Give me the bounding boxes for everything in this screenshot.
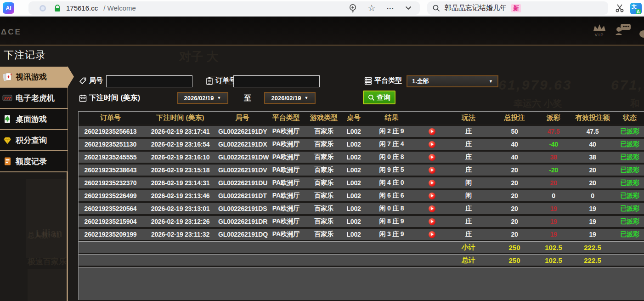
order-id-cell: 260219235238643 bbox=[79, 166, 142, 174]
total-row: 总计 250 102.5 222.5 bbox=[79, 254, 644, 266]
round-id-cell: GL002262191DS bbox=[218, 205, 266, 212]
search-box[interactable]: 郭晶晶忘记结婚几年 新 bbox=[427, 1, 608, 15]
reader-plus-icon[interactable] bbox=[349, 4, 357, 13]
table-empty-area bbox=[79, 267, 644, 300]
more-options-icon[interactable]: ... bbox=[387, 3, 394, 11]
play-type-cell: 庄 bbox=[446, 166, 491, 174]
column-header: 局号 bbox=[218, 114, 266, 122]
sidebar-item-video-games[interactable]: 9 视讯游戏 bbox=[0, 67, 68, 88]
round-number-input[interactable] bbox=[106, 75, 192, 87]
order-id-cell: 260219235215904 bbox=[79, 218, 142, 225]
table-number-cell: L002 bbox=[342, 192, 365, 199]
replay-video-button[interactable] bbox=[429, 154, 435, 161]
status-cell: 已派彩 bbox=[616, 217, 644, 226]
background-ghost-jackpot: 61,979.63 bbox=[498, 77, 572, 93]
table-number-cell: L002 bbox=[342, 141, 365, 148]
spade-card-icon bbox=[2, 114, 12, 124]
replay-cell bbox=[418, 205, 446, 213]
column-header: 玩法 bbox=[446, 114, 491, 122]
tag-icon bbox=[79, 77, 87, 85]
valid-bet-cell: 19 bbox=[570, 218, 616, 225]
column-header: 平台类型 bbox=[266, 114, 305, 122]
bet-time-cell: 2026-02-19 23:12:26 bbox=[142, 218, 218, 225]
sidebar-item-label: 电子老虎机 bbox=[16, 93, 55, 103]
total-bet-cell: 20 bbox=[491, 192, 537, 199]
replay-video-button[interactable] bbox=[429, 141, 435, 148]
platform-cell: PA欧洲厅 bbox=[266, 166, 305, 174]
bet-time-cell: 2026-02-19 23:16:10 bbox=[142, 153, 218, 161]
replay-video-button[interactable] bbox=[429, 128, 435, 135]
play-type-cell: 庄 bbox=[446, 153, 491, 161]
replay-video-button[interactable] bbox=[429, 180, 435, 187]
total-bet-cell: 20 bbox=[491, 218, 537, 225]
replay-video-button[interactable] bbox=[429, 218, 435, 225]
table-body: 2602192352566132026-02-19 23:17:41GL0022… bbox=[79, 126, 644, 240]
background-ghost-jackpot: 671,9 bbox=[611, 77, 644, 93]
replay-video-button[interactable] bbox=[429, 231, 435, 238]
clipboard-icon bbox=[206, 77, 213, 85]
subtotal-bet: 250 bbox=[491, 244, 537, 251]
total-bet-cell: 50 bbox=[491, 128, 537, 135]
play-type-cell: 庄 bbox=[446, 230, 491, 239]
sidebar-item-points-query[interactable]: 积分查询 bbox=[0, 130, 68, 151]
translate-icon[interactable]: 文A bbox=[630, 3, 642, 14]
sidebar-item-quota-records[interactable]: 额度记录 bbox=[0, 151, 68, 172]
sidebar-item-table-games[interactable]: 桌面游戏 bbox=[0, 109, 68, 130]
column-header: 结果 bbox=[365, 114, 418, 122]
status-cell: 已派彩 bbox=[616, 153, 644, 161]
order-number-input[interactable] bbox=[233, 75, 320, 87]
table-number-cell: L002 bbox=[342, 231, 365, 238]
date-from-select[interactable]: 2026/02/19 ▼ bbox=[177, 92, 228, 104]
game-type-cell: 百家乐 bbox=[305, 230, 342, 239]
result-cell: 闲 7 庄 4 bbox=[365, 140, 418, 148]
scissors-clip-icon[interactable] bbox=[615, 3, 626, 13]
order-id-cell: 260219235209199 bbox=[79, 231, 142, 238]
total-bet: 250 bbox=[491, 256, 537, 264]
platform-cell: PA欧洲厅 bbox=[266, 179, 305, 187]
search-icon bbox=[368, 94, 375, 101]
status-cell: 已派彩 bbox=[616, 127, 644, 136]
chevron-down-icon[interactable] bbox=[405, 6, 412, 10]
play-type-cell: 庄 bbox=[446, 204, 491, 213]
status-cell: 已派彩 bbox=[616, 204, 644, 213]
table-number-cell: L002 bbox=[342, 205, 365, 212]
query-button[interactable]: 查询 bbox=[363, 91, 395, 104]
sidebar-item-slots[interactable]: 777 电子老虎机 bbox=[0, 88, 68, 109]
background-ghost-text: 总人数: 61 bbox=[28, 231, 60, 240]
platform-cell: PA欧洲厅 bbox=[266, 140, 305, 148]
valid-bet-cell: 20 bbox=[570, 179, 616, 187]
bet-time-cell: 2026-02-19 23:13:01 bbox=[142, 205, 218, 212]
sidebar-menu: 9 视讯游戏 777 电子老虎机 桌面游戏 积分查询 额度记录 bbox=[0, 67, 68, 172]
valid-bet-cell: 40 bbox=[570, 141, 616, 148]
url-host: 175616.cc bbox=[66, 4, 98, 12]
column-header: 有效投注额 bbox=[570, 114, 616, 122]
caret-down-icon: ▼ bbox=[489, 79, 493, 84]
url-path: / Welcome bbox=[103, 4, 136, 12]
ssl-lock-icon[interactable] bbox=[54, 5, 61, 12]
platform-type-select[interactable]: 1.全部 ▼ bbox=[407, 75, 498, 87]
payout-cell: 19 bbox=[537, 218, 570, 225]
ai-extension-icon[interactable]: AI bbox=[3, 2, 14, 14]
extension-circle-icon[interactable] bbox=[40, 5, 46, 11]
payout-cell: 19 bbox=[537, 205, 570, 212]
platform-cell: PA欧洲厅 bbox=[266, 230, 305, 239]
result-cell: 闲 3 庄 9 bbox=[365, 230, 418, 239]
order-id-cell: 260219235245555 bbox=[79, 153, 142, 161]
replay-video-button[interactable] bbox=[429, 167, 435, 174]
order-number-label: 订单号 bbox=[206, 76, 236, 85]
play-type-cell: 闲 bbox=[446, 179, 491, 187]
status-cell: 已派彩 bbox=[616, 179, 644, 187]
site-header: ΔCE VIP bbox=[0, 17, 644, 45]
result-cell: 闲 2 庄 9 bbox=[365, 127, 418, 136]
table-header-row: 订单号下注时间 (美东)局号平台类型游戏类型桌号结果玩法总投注派彩有效投注额状态 bbox=[79, 112, 644, 124]
replay-video-button[interactable] bbox=[429, 205, 435, 212]
vip-icon[interactable]: VIP bbox=[591, 23, 608, 37]
date-to-select[interactable]: 2026/02/19 ▼ bbox=[264, 92, 316, 104]
address-bar[interactable]: 175616.cc / Welcome ☆ ... bbox=[28, 1, 420, 15]
total-bet-cell: 20 bbox=[491, 205, 537, 212]
customer-service-icon[interactable] bbox=[615, 23, 632, 37]
favorite-star-icon[interactable]: ☆ bbox=[368, 4, 376, 12]
replay-video-button[interactable] bbox=[429, 193, 435, 199]
replay-cell bbox=[418, 141, 446, 148]
bet-time-cell: 2026-02-19 23:17:41 bbox=[142, 128, 218, 135]
